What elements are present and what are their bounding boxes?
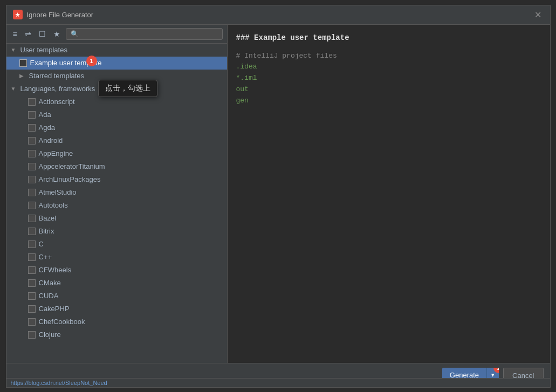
item-label: ChefCookbook <box>39 318 85 326</box>
list-item[interactable]: Android <box>6 134 227 147</box>
chefcookbook-checkbox[interactable] <box>28 318 36 326</box>
search-box[interactable]: 🔍 <box>66 28 223 40</box>
code-line-3: *.iml <box>236 73 541 84</box>
code-line-5: gen <box>236 95 541 107</box>
item-label: Bazel <box>39 214 57 222</box>
dialog: ★ Ignore File Generator ✕ ≡ ⇌ ☐ ★ 🔍 <box>6 5 551 388</box>
editor-title: ### Example user template <box>236 33 541 42</box>
item-label: AppceleratorTitanium <box>39 162 105 170</box>
list-item[interactable]: AtmelStudio <box>6 186 227 199</box>
lang-triangle: ▼ <box>11 86 17 92</box>
cuda-checkbox[interactable] <box>28 292 36 300</box>
cfwheels-checkbox[interactable] <box>28 266 36 274</box>
user-templates-label: User templates <box>20 46 67 54</box>
android-checkbox[interactable] <box>28 137 36 145</box>
item-label: Clojure <box>39 331 61 339</box>
list-item[interactable]: AppceleratorTitanium <box>6 160 227 173</box>
item-label: Autotools <box>39 201 68 209</box>
item-label: Android <box>39 136 63 145</box>
code-line-4: out <box>236 84 541 95</box>
title-bar: ★ Ignore File Generator ✕ <box>6 5 550 25</box>
expand-all-button[interactable]: ≡ <box>11 29 19 39</box>
example-template-item[interactable]: Example user template 1 <box>6 57 227 70</box>
list-item[interactable]: Agda <box>6 121 227 134</box>
item-label: AtmelStudio <box>39 188 77 196</box>
cakephp-checkbox[interactable] <box>28 305 36 313</box>
cpp-checkbox[interactable] <box>28 253 36 261</box>
list-item[interactable]: Bitrix <box>6 225 227 238</box>
left-panel: ≡ ⇌ ☐ ★ 🔍 ▼ User templates E <box>6 25 228 363</box>
search-input[interactable] <box>81 30 218 38</box>
item-label: ArchLinuxPackages <box>39 175 101 183</box>
list-item[interactable]: AppEngine <box>6 147 227 160</box>
item-label: Bitrix <box>39 227 54 235</box>
list-item[interactable]: ArchLinuxPackages <box>6 173 227 186</box>
actionscript-checkbox[interactable] <box>28 98 36 106</box>
app-icon: ★ <box>13 10 23 19</box>
atmel-checkbox[interactable] <box>28 189 36 196</box>
list-item[interactable]: Ada <box>6 108 227 121</box>
close-button[interactable]: ✕ <box>533 9 544 20</box>
bazel-checkbox[interactable] <box>28 215 36 222</box>
item-label: C++ <box>39 253 52 261</box>
list-item[interactable]: Autotools <box>6 199 227 212</box>
item-label: Actionscript <box>39 98 75 106</box>
star-button[interactable]: ★ <box>51 29 63 39</box>
item-label: CFWheels <box>39 266 72 274</box>
example-checkbox[interactable] <box>19 59 27 67</box>
search-icon: 🔍 <box>71 30 79 38</box>
starred-triangle: ▶ <box>19 73 26 79</box>
badge-1: 1 <box>86 56 97 66</box>
dialog-title: Ignore File Generator <box>27 11 94 19</box>
url-bar: https://blog.csdn.net/SleepNot_Need <box>6 378 550 387</box>
tooltip-text: 点击，勾选上 <box>105 84 150 92</box>
languages-label: Languages, frameworks <box>20 85 95 93</box>
item-label: Ada <box>39 111 51 119</box>
agda-checkbox[interactable] <box>28 124 36 132</box>
ada-checkbox[interactable] <box>28 111 36 119</box>
list-item[interactable]: Bazel <box>6 212 227 225</box>
item-label: C <box>39 240 44 248</box>
list-item[interactable]: C <box>6 238 227 251</box>
appengine-checkbox[interactable] <box>28 150 36 157</box>
list-item[interactable]: CUDA <box>6 290 227 302</box>
list-item[interactable]: CMake <box>6 277 227 290</box>
archlinux-checkbox[interactable] <box>28 176 36 183</box>
list-item[interactable]: ChefCookbook <box>6 315 227 328</box>
appcelerator-checkbox[interactable] <box>28 163 36 170</box>
edit-button[interactable]: ☐ <box>37 29 48 39</box>
item-label: Agda <box>39 123 55 132</box>
clojure-checkbox[interactable] <box>28 331 36 339</box>
list-item[interactable]: Actionscript <box>6 95 227 108</box>
user-templates-header: ▼ User templates <box>6 44 227 57</box>
list-item[interactable]: CakePHP <box>6 302 227 315</box>
list-item[interactable]: CFWheels <box>6 264 227 277</box>
item-label: CUDA <box>39 292 59 300</box>
item-label: CMake <box>39 279 61 287</box>
starred-templates-label: Starred templates <box>29 72 85 80</box>
code-line-2: .idea <box>236 61 541 73</box>
bitrix-checkbox[interactable] <box>28 228 36 235</box>
item-label: AppEngine <box>39 149 73 157</box>
editor-panel: ### Example user template # IntelliJ pro… <box>228 25 550 363</box>
main-content: ≡ ⇌ ☐ ★ 🔍 ▼ User templates E <box>6 25 550 363</box>
tooltip-popup: 点击，勾选上 <box>98 80 157 97</box>
toolbar: ≡ ⇌ ☐ ★ 🔍 <box>6 25 227 44</box>
list-item[interactable]: C++ <box>6 251 227 264</box>
code-line-1: # IntelliJ project files <box>236 51 541 62</box>
collapse-all-button[interactable]: ⇌ <box>23 29 33 39</box>
url-text: https://blog.csdn.net/SleepNot_Need <box>11 380 107 386</box>
autotools-checkbox[interactable] <box>28 202 36 209</box>
item-label: CakePHP <box>39 305 70 313</box>
title-bar-left: ★ Ignore File Generator <box>13 10 94 19</box>
c-checkbox[interactable] <box>28 240 36 248</box>
list-item[interactable]: Clojure <box>6 328 227 341</box>
expand-triangle: ▼ <box>11 47 17 53</box>
cmake-checkbox[interactable] <box>28 279 36 287</box>
